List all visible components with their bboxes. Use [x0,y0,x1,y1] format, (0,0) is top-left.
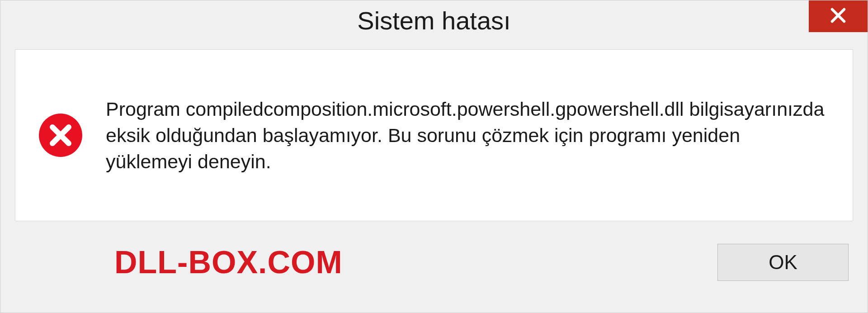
close-button[interactable] [809,0,868,32]
dialog-title: Sistem hatası [357,6,510,35]
content-panel: Program compiledcomposition.microsoft.po… [15,49,853,221]
watermark-text: DLL-BOX.COM [114,244,343,280]
ok-button[interactable]: OK [717,244,849,281]
error-message: Program compiledcomposition.microsoft.po… [106,96,830,175]
titlebar: Sistem hatası [0,0,868,40]
dialog-footer: DLL-BOX.COM OK [0,221,868,313]
error-icon [38,113,83,158]
close-icon [829,6,847,26]
error-dialog: Sistem hatası Program compiledcompositio… [0,0,868,313]
